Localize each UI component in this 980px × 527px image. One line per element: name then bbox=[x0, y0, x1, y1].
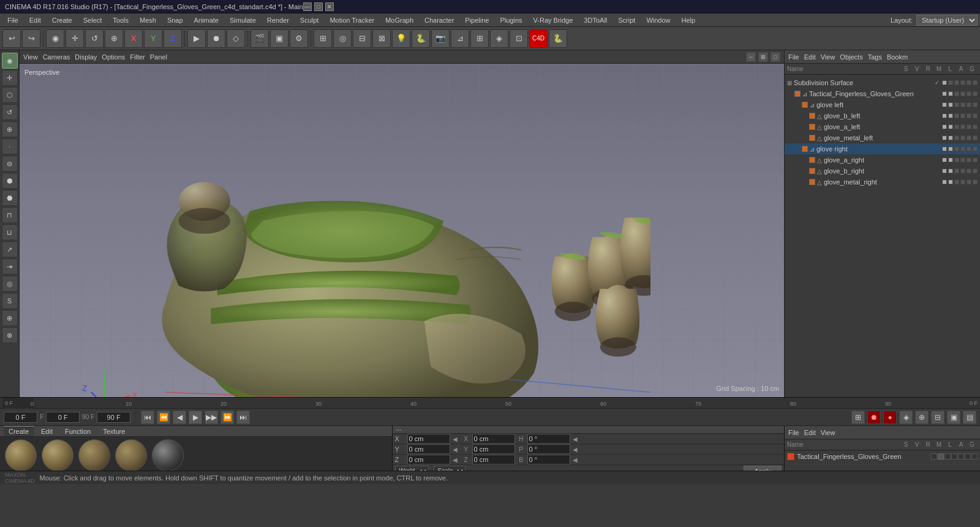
close-button[interactable]: ✕ bbox=[325, 2, 334, 11]
menu-create[interactable]: Create bbox=[47, 15, 77, 25]
attr-p-input[interactable] bbox=[527, 444, 570, 454]
tree-item-glove-b-right[interactable]: △ glove_b_right bbox=[785, 165, 980, 176]
menu-plugins[interactable]: Plugins bbox=[495, 15, 527, 25]
soft-sel-btn[interactable]: ⊕ bbox=[2, 310, 18, 326]
rp-menu-tags[interactable]: Tags bbox=[868, 53, 882, 61]
rp-menu-file[interactable]: File bbox=[788, 53, 799, 61]
workplane-btn[interactable]: ⊠ bbox=[372, 29, 391, 48]
render-settings-btn[interactable]: ⚙ bbox=[290, 29, 308, 48]
rp-menu-view[interactable]: View bbox=[821, 53, 835, 61]
attr-y2-input[interactable] bbox=[472, 444, 515, 454]
autokey-btn[interactable]: ⊕ bbox=[915, 411, 929, 424]
next-frame-btn[interactable]: ▶▶ bbox=[205, 411, 218, 424]
material-leather1[interactable]: leather_ bbox=[78, 439, 110, 471]
menu-tools[interactable]: Tools bbox=[108, 15, 134, 25]
frame-start-input[interactable] bbox=[46, 412, 80, 423]
play-btn[interactable]: ▶ bbox=[187, 29, 206, 48]
attr-y-input[interactable] bbox=[407, 444, 450, 454]
persp-btn[interactable]: ◈ bbox=[490, 29, 508, 48]
obj-mode-btn[interactable]: ⬣ bbox=[2, 190, 18, 206]
point-mode-btn[interactable]: · bbox=[2, 138, 18, 154]
rp-menu-bookm[interactable]: Bookm bbox=[887, 53, 908, 61]
redo-button[interactable]: ↪ bbox=[22, 29, 40, 48]
menu-sculpt[interactable]: Sculpt bbox=[295, 15, 324, 25]
layout-select[interactable]: Startup (User) bbox=[916, 15, 978, 26]
transform-tool-btn[interactable]: ⊕ bbox=[2, 121, 18, 137]
tree-item-glove-a-right[interactable]: △ glove_a_right bbox=[785, 154, 980, 165]
tree-item-glove-b-left[interactable]: △ glove_b_left bbox=[785, 110, 980, 121]
attr-z2-input[interactable] bbox=[472, 455, 515, 464]
transform-x-btn[interactable]: X bbox=[124, 29, 143, 48]
python-btn[interactable]: 🐍 bbox=[412, 29, 430, 48]
object-snap-btn[interactable]: ◎ bbox=[333, 29, 352, 48]
tab-edit[interactable]: Edit bbox=[36, 427, 58, 436]
tree-item-tactical[interactable]: ⊿ Tactical_Fingerless_Gloves_Green bbox=[785, 88, 980, 99]
material-cloth-ri[interactable]: cloth_ri bbox=[42, 439, 74, 471]
c4d-logo-btn[interactable]: C4D bbox=[529, 29, 548, 48]
menu-select[interactable]: Select bbox=[78, 15, 107, 25]
script2-btn[interactable]: 🐍 bbox=[549, 29, 567, 48]
rotate-tool-btn[interactable]: ↺ bbox=[2, 104, 18, 120]
menu-mograph[interactable]: MoGraph bbox=[380, 15, 418, 25]
display-btn[interactable]: ⊿ bbox=[451, 29, 469, 48]
uv-mode-btn[interactable]: ⊔ bbox=[2, 224, 18, 240]
select-mode-btn[interactable]: ◉ bbox=[46, 29, 64, 48]
prev-key-btn[interactable]: ⏪ bbox=[157, 411, 170, 424]
attr-z-input[interactable] bbox=[407, 455, 450, 464]
render-view-btn[interactable]: 🎬 bbox=[251, 29, 269, 48]
move-btn[interactable]: ✛ bbox=[66, 29, 84, 48]
mirror-btn[interactable]: ◎ bbox=[2, 276, 18, 292]
undo-button[interactable]: ↩ bbox=[2, 29, 21, 48]
menu-character[interactable]: Character bbox=[420, 15, 459, 25]
attr-menu-file[interactable]: ··· bbox=[396, 426, 402, 433]
frame-end-input[interactable] bbox=[97, 412, 130, 423]
render-btn[interactable]: ▣ bbox=[270, 29, 288, 48]
material-leather2[interactable]: leather_ bbox=[115, 439, 147, 471]
snap-keys-btn[interactable]: ◈ bbox=[899, 411, 913, 424]
record-active-btn[interactable]: ⏺ bbox=[867, 411, 881, 424]
vp-menu-cameras[interactable]: Cameras bbox=[43, 53, 70, 61]
grid-btn[interactable]: ⊞ bbox=[470, 29, 489, 48]
viewport-canvas[interactable]: Perspective bbox=[20, 64, 784, 397]
menu-pipeline[interactable]: Pipeline bbox=[460, 15, 494, 25]
attr-x2-input[interactable] bbox=[472, 434, 515, 444]
record-sel-btn[interactable]: ● bbox=[883, 411, 897, 424]
multiview-btn[interactable]: ⊡ bbox=[510, 29, 528, 48]
transform-z-btn[interactable]: Z bbox=[164, 29, 182, 48]
vp-ctrl-3[interactable]: □ bbox=[771, 52, 780, 62]
move-tool-btn[interactable]: ✛ bbox=[2, 70, 18, 86]
scale-select[interactable]: Scale Size bbox=[434, 466, 466, 471]
obj-bottom-edit[interactable]: Edit bbox=[804, 429, 816, 436]
tab-function[interactable]: Function bbox=[60, 427, 96, 436]
play-fwd-btn[interactable]: ▶ bbox=[189, 411, 202, 424]
obj-bottom-view[interactable]: View bbox=[821, 429, 835, 436]
prev-frame-btn[interactable]: ◀ bbox=[173, 411, 186, 424]
menu-simulate[interactable]: Simulate bbox=[225, 15, 261, 25]
rp-menu-objects[interactable]: Objects bbox=[840, 53, 862, 61]
tree-item-glove-right[interactable]: ⊿ glove right bbox=[785, 143, 980, 154]
material-metal[interactable]: metal_le bbox=[152, 439, 184, 471]
current-frame-input[interactable] bbox=[4, 412, 37, 423]
rp-menu-edit[interactable]: Edit bbox=[804, 53, 816, 61]
tree-item-glove-a-left[interactable]: △ glove_a_left bbox=[785, 121, 980, 132]
menu-file[interactable]: File bbox=[2, 15, 23, 25]
snap-btn[interactable]: ⊞ bbox=[314, 29, 332, 48]
vp-ctrl-2[interactable]: ⊞ bbox=[758, 52, 768, 62]
vp-menu-options[interactable]: Options bbox=[102, 53, 125, 61]
tab-texture[interactable]: Texture bbox=[98, 427, 130, 436]
minimize-button[interactable]: — bbox=[303, 2, 312, 11]
apply-button[interactable]: Apply bbox=[744, 466, 782, 471]
render-mode-btn[interactable]: ⊞ bbox=[851, 411, 865, 424]
next-key-btn[interactable]: ⏩ bbox=[221, 411, 234, 424]
tree-item-glove-metal-right[interactable]: △ glove_metal_right bbox=[785, 176, 980, 188]
transform-y-btn[interactable]: Y bbox=[144, 29, 162, 48]
rotate-btn[interactable]: ↺ bbox=[85, 29, 104, 48]
vp-menu-filter[interactable]: Filter bbox=[130, 53, 145, 61]
menu-edit[interactable]: Edit bbox=[24, 15, 46, 25]
scale-btn[interactable]: ⊕ bbox=[105, 29, 123, 48]
obj-bottom-file[interactable]: File bbox=[788, 429, 799, 436]
select-object-btn[interactable]: ◉ bbox=[2, 53, 18, 69]
light-btn[interactable]: 💡 bbox=[392, 29, 410, 48]
stamp-btn[interactable]: S bbox=[2, 293, 18, 309]
attr-h-input[interactable] bbox=[527, 434, 570, 444]
